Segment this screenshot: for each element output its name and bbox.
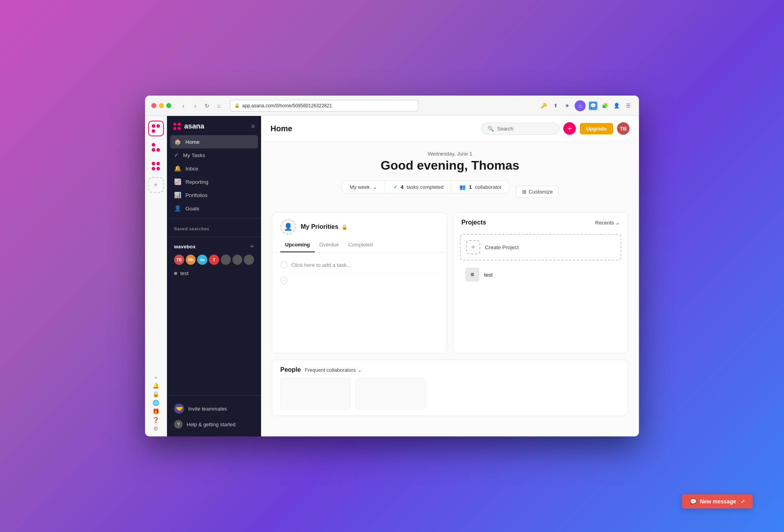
lock-rail-icon[interactable]: 🔒 bbox=[152, 391, 159, 397]
create-project-label: Create Project bbox=[485, 244, 519, 250]
globe-icon[interactable]: 🌐 bbox=[152, 400, 159, 406]
close-button[interactable] bbox=[151, 103, 156, 108]
frequent-collaborators-dropdown[interactable]: Frequent collaborators ⌄ bbox=[305, 367, 361, 373]
asana-logo-icon bbox=[173, 123, 181, 130]
search-icon: 🔍 bbox=[488, 126, 494, 132]
message-icon: 💬 bbox=[690, 498, 697, 505]
help-rail-icon[interactable]: ❓ bbox=[152, 417, 159, 423]
project-item-test[interactable]: test bbox=[170, 268, 258, 279]
forward-button[interactable]: › bbox=[190, 101, 200, 111]
greeting-text: Good evening, Thomas bbox=[272, 158, 628, 173]
invite-teammates-button[interactable]: 🤝 Invite teammates bbox=[170, 400, 258, 417]
people-section: People Frequent collaborators ⌄ bbox=[272, 360, 628, 416]
home-nav-button[interactable]: ⌂ bbox=[214, 101, 224, 111]
sidebar-item-home[interactable]: 🏠 Home bbox=[170, 135, 258, 148]
rail-item-app3[interactable] bbox=[148, 158, 164, 174]
tasks-completed-pill[interactable]: ✓ 4 tasks completed bbox=[385, 181, 451, 194]
sidebar-footer: 🤝 Invite teammates ? Help & getting star… bbox=[167, 395, 261, 436]
back-button[interactable]: ‹ bbox=[178, 101, 189, 111]
person-card-2[interactable] bbox=[356, 378, 426, 409]
user-avatar[interactable]: TB bbox=[617, 122, 630, 135]
chevron-down-icon[interactable]: ⌄ bbox=[153, 373, 158, 380]
checkmark-tiny-icon: ✓ bbox=[282, 278, 285, 282]
stats-bar: My week ⌄ ✓ 4 tasks completed 👥 1 collab… bbox=[341, 181, 510, 194]
add-task-circle-icon bbox=[280, 261, 287, 268]
people-header: People Frequent collaborators ⌄ bbox=[280, 366, 620, 373]
minimize-button[interactable] bbox=[159, 103, 164, 108]
avatar-tw: tw bbox=[197, 255, 207, 265]
freq-chevron-icon: ⌄ bbox=[358, 367, 362, 373]
help-button[interactable]: ? Help & getting started bbox=[170, 417, 258, 432]
avatar-gray3 bbox=[244, 255, 254, 265]
sidebar-item-inbox[interactable]: 🔔 Inbox bbox=[170, 162, 258, 175]
upgrade-button[interactable]: Upgrade bbox=[580, 123, 613, 134]
page-title: Home bbox=[270, 124, 292, 133]
sidebar-goals-label: Goals bbox=[185, 206, 199, 212]
gift-icon[interactable]: 🎁 bbox=[152, 408, 159, 414]
workspace-name: wavebox bbox=[174, 244, 196, 250]
recents-chevron-icon: ⌄ bbox=[615, 220, 620, 226]
app-home-icon[interactable]: ⌂ bbox=[575, 100, 586, 111]
fullscreen-button[interactable] bbox=[166, 103, 171, 108]
tab-overdue[interactable]: Overdue bbox=[315, 239, 344, 252]
settings-rail-icon[interactable]: ⚙ bbox=[153, 425, 158, 432]
messenger-icon[interactable]: 💬 bbox=[589, 101, 597, 110]
sidebar: asana ≡ 🏠 Home ✓ My Tasks 🔔 Inbox bbox=[167, 116, 261, 436]
collaborators-pill[interactable]: 👥 1 collaborator bbox=[451, 181, 510, 194]
priorities-card-title: My Priorities bbox=[301, 223, 338, 230]
profile-icon[interactable]: 👤 bbox=[612, 101, 621, 110]
browser-nav: ‹ › ↻ ⌂ bbox=[178, 101, 224, 111]
project-lines-icon: ≡ bbox=[470, 271, 474, 278]
puzzle-icon[interactable]: 🧩 bbox=[601, 101, 609, 110]
people-title: People bbox=[280, 366, 301, 373]
tab-upcoming[interactable]: Upcoming bbox=[280, 239, 315, 252]
help-label: Help & getting started bbox=[187, 422, 236, 427]
projects-header: Projects Recents ⌄ bbox=[454, 213, 628, 231]
workspace-add-button[interactable]: + bbox=[250, 242, 254, 251]
recents-dropdown-button[interactable]: Recents ⌄ bbox=[595, 220, 620, 226]
freq-collab-label: Frequent collaborators bbox=[305, 367, 356, 373]
search-box[interactable]: 🔍 Search bbox=[481, 123, 559, 135]
sidebar-nav: 🏠 Home ✓ My Tasks 🔔 Inbox 📈 Reporting 📊 bbox=[167, 135, 261, 215]
address-bar[interactable]: 🔒 app.asana.com/0/home/509560126322821 bbox=[230, 100, 418, 112]
sidebar-item-portfolios[interactable]: 📊 Portfolios bbox=[170, 188, 258, 202]
svg-text:🤝: 🤝 bbox=[176, 405, 183, 412]
sidebar-header: asana ≡ bbox=[167, 116, 261, 135]
person-card-1[interactable] bbox=[280, 378, 351, 409]
priorities-avatar: 👤 bbox=[280, 219, 296, 235]
key-icon[interactable]: 🔑 bbox=[539, 101, 548, 110]
sidebar-item-reporting[interactable]: 📈 Reporting bbox=[170, 175, 258, 188]
sidebar-item-goals[interactable]: 👤 Goals bbox=[170, 202, 258, 215]
share-icon[interactable]: ⬆ bbox=[551, 101, 560, 110]
add-task-row[interactable]: Click here to add a task... bbox=[279, 257, 440, 273]
project-dot-icon bbox=[174, 272, 177, 275]
refresh-button[interactable]: ↻ bbox=[202, 101, 212, 111]
tab-completed[interactable]: Completed bbox=[343, 239, 377, 252]
avatar-gray1 bbox=[221, 255, 231, 265]
rail-item-app2[interactable] bbox=[148, 139, 164, 155]
add-button[interactable]: + bbox=[563, 122, 576, 135]
sidebar-home-label: Home bbox=[185, 139, 200, 145]
rail-item-active-app[interactable] bbox=[148, 121, 164, 136]
sidebar-item-my-tasks[interactable]: ✓ My Tasks bbox=[170, 148, 258, 162]
invite-icon: 🤝 bbox=[174, 404, 184, 414]
saved-searches-title: Saved searches bbox=[167, 222, 261, 233]
greeting-section: Wednesday, June 1 Good evening, Thomas bbox=[272, 151, 628, 173]
titlebar: ‹ › ↻ ⌂ 🔒 app.asana.com/0/home/509560126… bbox=[145, 96, 639, 116]
create-project-button[interactable]: + Create Project bbox=[460, 234, 621, 261]
asana-logo: asana bbox=[173, 122, 204, 130]
bookmark-icon[interactable]: ★ bbox=[563, 101, 572, 110]
chevron-week-icon: ⌄ bbox=[373, 184, 377, 190]
new-message-button[interactable]: 💬 New message ⤢ bbox=[682, 494, 753, 508]
menu-icon[interactable]: ☰ bbox=[624, 101, 633, 110]
my-week-pill[interactable]: My week ⌄ bbox=[341, 181, 385, 194]
priorities-title-group: My Priorities 🔒 bbox=[301, 223, 348, 230]
sidebar-mytasks-label: My Tasks bbox=[183, 152, 205, 158]
notification-icon[interactable]: 🔔 bbox=[152, 382, 159, 389]
sidebar-toggle-button[interactable]: ≡ bbox=[251, 123, 255, 130]
customize-button[interactable]: ⊞ Customize bbox=[516, 186, 559, 198]
empty-task-row: ✓ bbox=[279, 273, 440, 288]
workspace-header: wavebox + bbox=[170, 240, 258, 253]
add-workspace-button[interactable]: + bbox=[148, 177, 164, 193]
project-list-item-test[interactable]: ≡ test bbox=[460, 264, 621, 286]
